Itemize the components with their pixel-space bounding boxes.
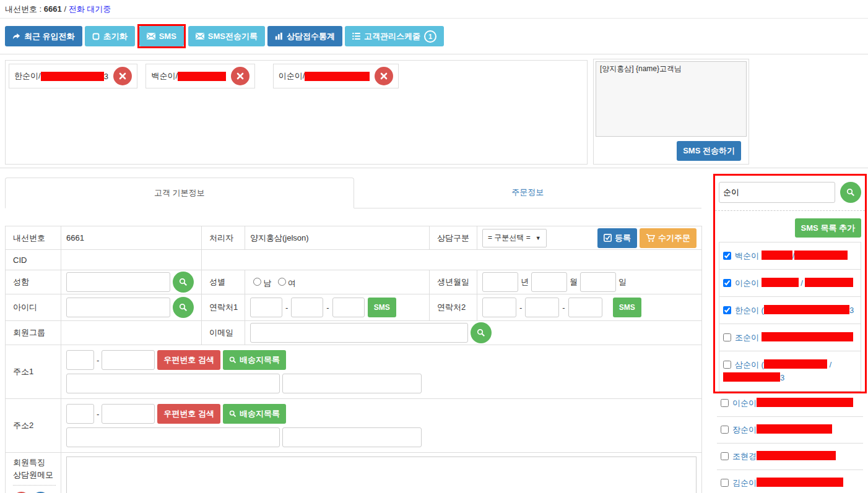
bar-chart-icon (275, 32, 283, 40)
call-status: 전화 대기중 (69, 4, 111, 14)
phone2-part3-input[interactable] (568, 298, 602, 317)
recipient-checkbox[interactable] (721, 399, 729, 407)
recipient-chip: 이순이/ (273, 64, 399, 88)
redacted-phone (762, 278, 799, 287)
remove-recipient-button[interactable] (375, 67, 393, 85)
recipient-checkbox[interactable] (723, 333, 731, 341)
addr1-street-input[interactable] (66, 374, 280, 393)
sms-message-input[interactable]: [양지홍삼] {name}고객님 (596, 61, 747, 137)
redacted-phone (178, 72, 226, 81)
recipient-list-item[interactable]: 김순이 (717, 469, 863, 493)
recipient-list-item[interactable]: 조현경 (717, 443, 863, 470)
remove-recipient-button[interactable] (231, 67, 250, 85)
phone2-part2-input[interactable] (525, 298, 559, 317)
phone1-sms-button[interactable]: SMS (368, 298, 396, 317)
addr2-street-input[interactable] (66, 427, 280, 447)
addr1-shipping-list-button[interactable]: 배송지목록 (223, 350, 286, 370)
birth-day-input[interactable] (580, 272, 616, 292)
addr2-zip2-input[interactable] (102, 404, 155, 424)
recipient-checkbox[interactable] (723, 361, 731, 369)
recipient-name: 이순이 (735, 278, 759, 288)
search-icon (229, 410, 237, 418)
addr2-shipping-list-button[interactable]: 배송지목록 (223, 404, 286, 424)
phone2-part1-input[interactable] (482, 298, 516, 317)
addr1-detail-input[interactable] (282, 374, 422, 393)
birth-month-input[interactable] (531, 272, 567, 292)
category-selected-value: = 구분선택 = (488, 233, 531, 243)
phone1-label: 연락처1 (202, 294, 245, 321)
recipient-list-item[interactable]: 한순이 (3 (719, 296, 861, 324)
recipient-name: 조현경 (732, 452, 757, 461)
phone1-part3-input[interactable] (332, 298, 365, 317)
manual-order-button[interactable]: 수기주문 (640, 228, 697, 248)
recipient-checkbox[interactable] (723, 252, 731, 260)
recent-calls-button[interactable]: 최근 유입전화 (5, 26, 82, 46)
phone2-sms-button[interactable]: SMS (613, 298, 641, 317)
email-input[interactable] (250, 323, 468, 343)
add-sms-list-button[interactable]: SMS 목록 추가 (795, 218, 861, 238)
remove-recipient-button[interactable] (113, 67, 132, 85)
recipient-checkbox[interactable] (721, 426, 729, 434)
recipient-list-item[interactable]: 이순이 / (719, 269, 861, 297)
addr2-zip1-input[interactable] (66, 404, 94, 424)
close-icon (237, 72, 244, 80)
recipient-search-button[interactable] (840, 182, 861, 203)
gender-male-radio[interactable] (253, 278, 261, 286)
recent-calls-label: 최근 유입전화 (24, 31, 75, 42)
tab-customer-info[interactable]: 고객 기본정보 (5, 178, 354, 208)
recipient-list-item[interactable]: 조순이 (719, 324, 861, 351)
register-button[interactable]: 등록 (597, 228, 637, 248)
addr1-zip-search-button[interactable]: 우편번호 검색 (157, 350, 220, 370)
gender-male-option[interactable]: 남 (250, 278, 271, 288)
sidebar-search-row (719, 182, 861, 203)
redacted-phone (757, 451, 836, 460)
email-search-button[interactable] (471, 322, 492, 343)
recipient-list-item[interactable]: 장순이 (717, 416, 863, 444)
main-tabs: 고객 기본정보 주문정보 (5, 178, 701, 208)
recipient-checkbox[interactable] (721, 479, 729, 487)
recipient-name: 삼순이 ( (735, 360, 764, 369)
addr1-zip2-input[interactable] (102, 350, 155, 370)
gender-female-radio[interactable] (278, 278, 286, 286)
name-input[interactable] (66, 272, 170, 292)
register-label: 등록 (615, 233, 631, 244)
phone-dash: - (326, 303, 329, 312)
extension-row-label: 내선번호 (6, 226, 61, 250)
recipient-checkbox[interactable] (723, 279, 731, 287)
addr1-zip1-input[interactable] (66, 350, 94, 370)
recipient-search-input[interactable] (719, 182, 835, 203)
stats-button[interactable]: 상담접수통계 (267, 26, 342, 46)
recipient-checkbox[interactable] (723, 306, 731, 314)
phone2-label: 연락처2 (430, 294, 477, 321)
schedule-button[interactable]: 고객관리스케줄 1 (345, 26, 444, 46)
cid-empty-cell (202, 250, 702, 270)
name-search-button[interactable] (173, 272, 194, 293)
phone1-part1-input[interactable] (250, 298, 282, 317)
recipient-list-item[interactable]: 이순이 (717, 390, 863, 417)
sms-history-button[interactable]: SMS전송기록 (188, 26, 265, 46)
addr2-label: 주소2 (6, 399, 61, 453)
birth-year-input[interactable] (482, 272, 518, 292)
tab-order-info[interactable]: 주문정보 (354, 178, 702, 208)
memo-label-divider (13, 485, 56, 486)
id-label: 아이디 (6, 294, 61, 321)
reset-button[interactable]: 초기화 (85, 26, 135, 46)
memo-textarea[interactable] (66, 457, 697, 493)
gender-female-option[interactable]: 여 (275, 278, 296, 288)
birth-label: 생년월일 (430, 270, 477, 294)
id-search-button[interactable] (173, 297, 194, 318)
phone-dash: - (519, 303, 522, 312)
handler-value: 양지홍삼(jelson) (245, 226, 430, 250)
sms-button[interactable]: SMS (139, 26, 184, 46)
phone1-part2-input[interactable] (291, 298, 323, 317)
recipient-list-item[interactable]: 삼순이 ( / 3 (719, 351, 861, 392)
id-input[interactable] (66, 298, 170, 317)
sms-history-label: SMS전송기록 (208, 31, 258, 42)
recipient-list-item[interactable]: 백순이 / (719, 242, 861, 270)
addr2-zip-search-button[interactable]: 우편번호 검색 (157, 404, 220, 424)
category-select[interactable]: = 구분선택 = ▼ (482, 229, 547, 247)
name-cell (61, 270, 202, 294)
send-sms-button[interactable]: SMS 전송하기 (677, 141, 741, 161)
recipient-checkbox[interactable] (721, 452, 729, 460)
addr2-detail-input[interactable] (282, 427, 422, 447)
